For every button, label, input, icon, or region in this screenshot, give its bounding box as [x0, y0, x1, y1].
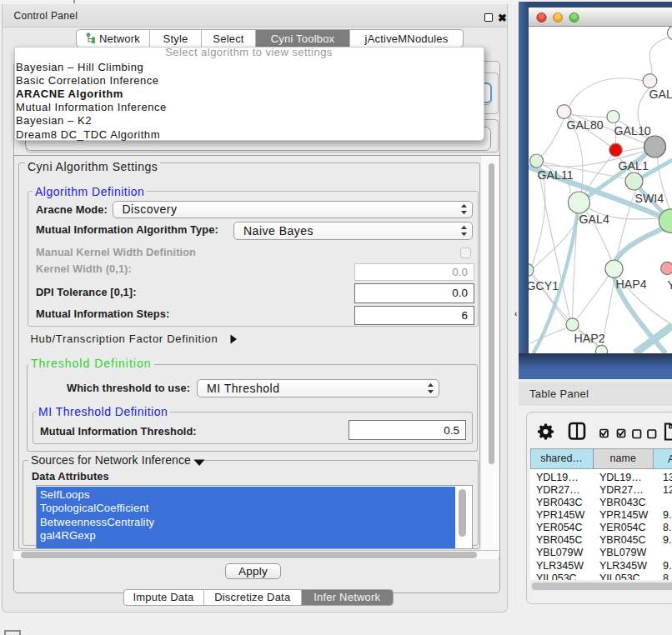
svg-text:GAL80: GAL80	[566, 118, 603, 132]
svg-text:GAL11: GAL11	[537, 168, 573, 182]
svg-text:GAL1: GAL1	[618, 159, 648, 172]
svg-text:SWI4: SWI4	[634, 192, 664, 205]
svg-text:Y: Y	[667, 278, 672, 292]
svg-text:GCY1: GCY1	[529, 279, 559, 292]
svg-text:GAL10: GAL10	[614, 124, 650, 138]
svg-text:HAP4: HAP4	[615, 278, 646, 291]
svg-text:HAP2: HAP2	[574, 332, 604, 345]
svg-text:GAL7: GAL7	[649, 88, 672, 101]
svg-text:GAL4: GAL4	[579, 212, 609, 226]
